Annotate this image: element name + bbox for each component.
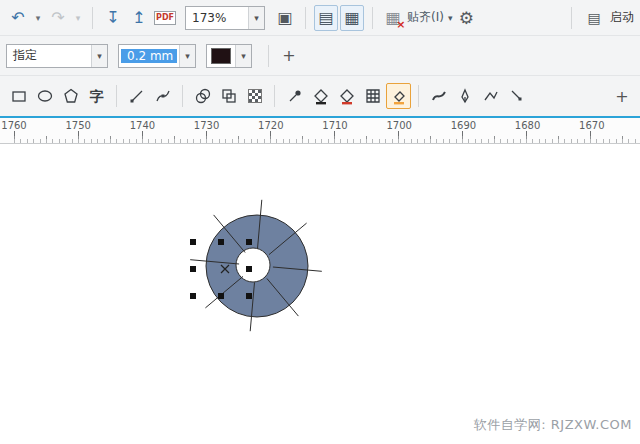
artwork [0,144,640,444]
snap-to-label: 贴齐(I) [407,9,444,26]
mesh-fill-tool[interactable] [242,83,267,109]
chevron-down-icon[interactable]: ▾ [248,7,264,29]
zoom-level-combo[interactable]: 173% ▾ [185,6,265,30]
fill-tool[interactable] [308,83,333,109]
separator [418,85,419,107]
ruler-label: 1730 [194,120,219,131]
standard-toolbar: ↶ ▾ ↷ ▾ ↧ ↥ PDF 173% ▾ ▣ ▤ ▦ ▦ × 贴齐(I) ▾… [0,0,640,36]
ruler-label: 1690 [451,120,476,131]
snap-to-menu[interactable]: 贴齐(I) ▾ [407,5,452,31]
rectangle-tool[interactable] [6,83,31,109]
ruler-label: 1740 [130,120,155,131]
import-icon: ↧ [106,8,119,27]
chevron-down-icon: ▾ [76,13,81,23]
preset-value: 指定 [7,47,91,64]
snap-off-icon: ▦ × [385,10,400,26]
undo-dropdown[interactable]: ▾ [32,5,44,31]
color-swatch [211,48,231,64]
horizontal-ruler[interactable]: 1760175017401730172017101700169016801670 [0,118,640,144]
freehand-tool[interactable] [124,83,149,109]
separator [116,85,117,107]
polyline-tool[interactable] [478,83,503,109]
pen-tool[interactable] [452,83,477,109]
show-grid-toggle[interactable]: ▦ [340,5,364,31]
smart-fill-tool[interactable] [386,83,411,109]
preset-combo[interactable]: 指定 ▾ [6,44,108,68]
separator [372,7,373,29]
ruler-label: 1710 [322,120,347,131]
separator [571,7,572,29]
text-tool[interactable]: 字 [84,83,109,109]
fullscreen-preview-icon: ▣ [277,8,292,27]
add-tool-button[interactable]: + [610,83,634,109]
chevron-down-icon[interactable]: ▾ [235,45,251,67]
toolbox: 字 + [0,76,640,116]
export-icon: ↥ [132,8,145,27]
snap-off-button[interactable]: ▦ × [381,5,405,31]
options-button[interactable]: ⚙ [454,5,478,31]
handle-top-left[interactable] [190,239,196,245]
gear-icon: ⚙ [459,8,474,28]
launch-label[interactable]: 启动 [610,9,634,26]
chevron-down-icon: ▾ [448,13,453,23]
show-rulers-toggle[interactable]: ▤ [314,5,338,31]
drawing-canvas[interactable] [0,144,640,444]
chevron-down-icon[interactable]: ▾ [179,45,195,67]
artistic-media-tool[interactable] [426,83,451,109]
crop-tool[interactable] [216,83,241,109]
property-bar: 指定 ▾ 0.2 mm ▾ ▾ + [0,36,640,76]
watermark: 软件自学网: RJZXW.COM [474,416,632,434]
undo-button[interactable]: ↶ [6,5,30,31]
launch-group: ▤ 启动 [565,5,634,31]
ellipse-tool[interactable] [32,83,57,109]
red-x-icon: × [396,19,405,30]
outline-width-value[interactable]: 0.2 mm [121,49,177,63]
redo-button[interactable]: ↷ [46,5,70,31]
outline-width-combo[interactable]: 0.2 mm ▾ [118,44,196,68]
chevron-down-icon: ▾ [36,13,41,23]
handle-bottom-right[interactable] [246,293,252,299]
app-window: { "top_toolbar": { "undo_glyph": "↶", "u… [0,0,640,444]
chevron-down-icon[interactable]: ▾ [91,45,107,67]
ruler-label: 1700 [386,120,411,131]
zoom-level-value[interactable]: 173% [186,11,248,25]
separator [305,7,306,29]
ruler-label: 1750 [65,120,90,131]
ruler-label: 1680 [515,120,540,131]
wheel-object[interactable] [190,200,322,331]
handle-middle-left[interactable] [190,266,196,272]
graph-paper-tool[interactable] [360,83,385,109]
redo-dropdown[interactable]: ▾ [72,5,84,31]
interactive-fill-tool[interactable] [334,83,359,109]
outline-color-picker[interactable]: ▾ [206,44,252,68]
separator [274,85,275,107]
separator [182,85,183,107]
ruler-label: 1670 [579,120,604,131]
ruler-label: 1760 [1,120,26,131]
handle-top-center[interactable] [218,239,224,245]
import-button[interactable]: ↧ [101,5,125,31]
pdf-icon: PDF [154,11,176,25]
undo-icon: ↶ [11,8,24,27]
bezier-tool[interactable] [150,83,175,109]
text-tool-icon: 字 [90,89,104,103]
handle-bottom-center[interactable] [218,293,224,299]
export-button[interactable]: ↥ [127,5,151,31]
contour-tool[interactable] [190,83,215,109]
handle-middle-right[interactable] [246,266,252,272]
ruler-label: 1720 [258,120,283,131]
publish-pdf-button[interactable]: PDF [153,5,177,31]
separator [92,7,93,29]
shape-edit-tool[interactable] [504,83,529,109]
add-preset-button[interactable]: + [277,43,301,69]
separator [268,45,269,67]
launch-button[interactable]: ▤ [582,5,606,31]
grid-icon: ▦ [344,8,359,27]
color-eyedropper-tool[interactable] [282,83,307,109]
redo-icon: ↷ [51,8,64,27]
fullscreen-preview-button[interactable]: ▣ [273,5,297,31]
polygon-tool[interactable] [58,83,83,109]
ruler-icon: ▤ [318,8,333,27]
handle-bottom-left[interactable] [190,293,196,299]
handle-top-right[interactable] [246,239,252,245]
